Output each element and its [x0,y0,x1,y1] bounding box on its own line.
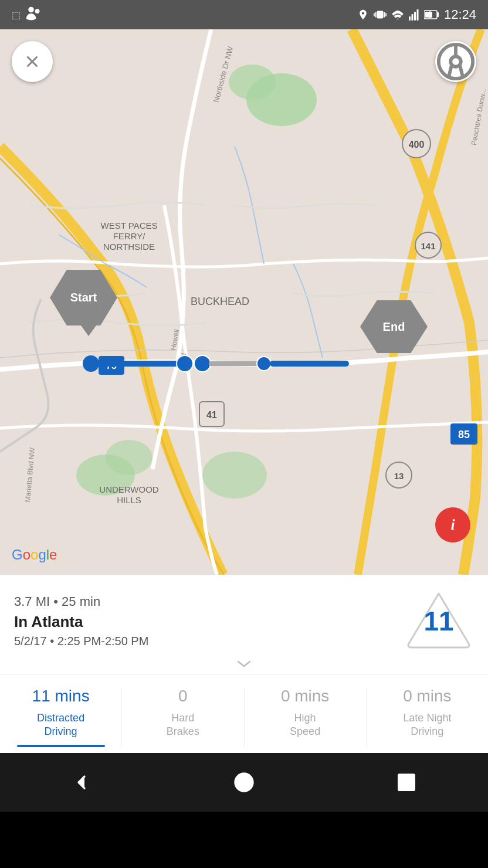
status-bar-right: 12:24 [357,7,476,22]
stat-high-speed[interactable]: 0 mins HighSpeed [245,687,367,747]
score-number: 11 [423,605,453,637]
nav-bar [0,753,488,812]
svg-point-14 [202,452,267,499]
late-night-label: Late NightDriving [403,711,451,739]
high-speed-label: HighSpeed [290,711,320,739]
svg-text:41: 41 [206,410,217,420]
distracted-driving-label: DistractedDriving [37,711,84,739]
hard-brakes-value: 0 [178,687,188,706]
stats-row: 11 mins DistractedDriving 0 HardBrakes 0… [0,674,488,753]
svg-text:FERRY/: FERRY/ [113,231,146,241]
svg-rect-3 [414,12,416,21]
svg-text:WEST PACES: WEST PACES [101,221,158,230]
battery-icon [424,9,439,20]
svg-point-39 [177,355,193,372]
info-button[interactable]: i [435,507,470,542]
svg-text:UNDERWOOD: UNDERWOOD [99,484,159,494]
trip-city: In Atlanta [14,613,404,631]
stat-distracted-driving[interactable]: 11 mins DistractedDriving [0,687,122,747]
start-marker: Start [50,270,117,326]
distracted-driving-value: 11 mins [32,687,90,706]
svg-text:NORTHSIDE: NORTHSIDE [103,242,155,252]
map-container[interactable]: 400 141 41 13 85 75 WEST PACES FERRY/ NO… [0,29,488,575]
hard-brakes-label: HardBrakes [167,711,199,739]
recent-apps-button[interactable] [386,762,427,803]
svg-rect-6 [437,12,439,17]
svg-point-13 [106,440,152,475]
steering-button[interactable] [435,41,476,82]
stat-late-night[interactable]: 0 mins Late NightDriving [367,687,488,747]
vibrate-icon [374,8,387,21]
wifi-icon [391,10,404,19]
satellite-icon [25,5,42,24]
svg-point-0 [396,19,399,19]
svg-line-50 [449,66,451,76]
expand-arrow[interactable] [14,653,474,674]
distracted-driving-indicator [17,745,105,747]
trip-distance: 3.7 MI [14,594,50,609]
high-speed-value: 0 mins [281,687,329,706]
svg-line-51 [460,66,462,76]
svg-point-11 [229,65,276,100]
svg-point-44 [83,355,99,372]
late-night-value: 0 mins [403,687,451,706]
trip-duration: 25 min [62,594,100,609]
svg-rect-2 [411,14,413,21]
trip-panel: 3.7 MI • 25 min In Atlanta 5/2/17 • 2:25… [0,575,488,674]
start-hex: Start [50,270,117,326]
home-button[interactable] [223,762,265,803]
status-bar: ⬚ 12:24 [0,0,488,29]
trip-header: 3.7 MI • 25 min In Atlanta 5/2/17 • 2:25… [14,589,474,653]
route-line [76,346,381,381]
location-icon [357,9,369,21]
end-marker: End [360,300,428,353]
stat-hard-brakes[interactable]: 0 HardBrakes [122,687,244,747]
svg-text:141: 141 [421,241,435,251]
svg-text:HILLS: HILLS [117,495,141,505]
trip-date: 5/2/17 • 2:25 PM-2:50 PM [14,635,404,648]
image-icon: ⬚ [12,9,21,21]
svg-rect-4 [416,9,418,21]
trip-details: 3.7 MI • 25 min In Atlanta 5/2/17 • 2:25… [14,594,404,648]
svg-rect-53 [399,774,415,790]
svg-point-40 [194,355,211,372]
svg-text:400: 400 [409,140,425,150]
svg-point-48 [450,56,461,67]
svg-rect-7 [425,12,432,18]
back-button[interactable] [61,762,102,803]
status-bar-left: ⬚ [12,5,351,24]
signal-icon [409,8,419,21]
svg-point-42 [257,357,271,371]
svg-text:BUCKHEAD: BUCKHEAD [191,296,249,307]
svg-text:85: 85 [458,429,470,440]
steering-icon [435,41,476,82]
svg-point-52 [235,774,253,791]
trip-meta: 3.7 MI • 25 min [14,594,404,609]
svg-rect-1 [409,16,411,21]
score-badge: 11 [404,589,474,653]
svg-text:13: 13 [394,471,404,481]
trip-separator: • [53,594,62,609]
google-logo: Google [12,547,57,563]
close-button[interactable] [12,41,53,82]
info-icon: i [450,516,455,534]
end-hex: End [360,300,428,353]
status-time: 12:24 [444,7,476,22]
